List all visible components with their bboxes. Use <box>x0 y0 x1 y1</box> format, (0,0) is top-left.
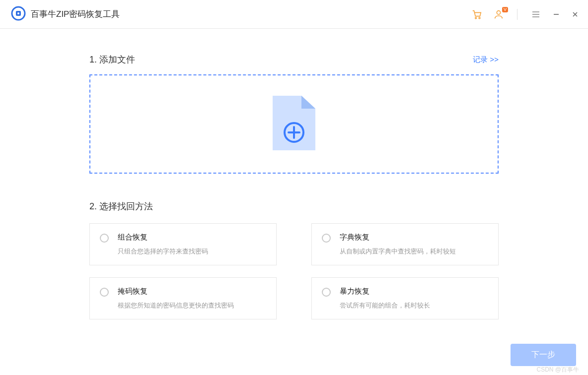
option-dictionary[interactable]: 字典恢复 从自制或内置字典中查找密码，耗时较短 <box>311 223 499 265</box>
svg-point-2 <box>17 12 19 14</box>
option-desc: 从自制或内置字典中查找密码，耗时较短 <box>340 247 456 256</box>
option-desc: 根据您所知道的密码信息更快的查找密码 <box>118 301 234 310</box>
app-title: 百事牛ZIP密码恢复工具 <box>31 8 120 20</box>
option-title: 字典恢复 <box>340 233 456 242</box>
file-dropzone[interactable] <box>89 74 499 174</box>
option-bruteforce[interactable]: 暴力恢复 尝试所有可能的组合，耗时较长 <box>311 277 499 319</box>
option-desc: 尝试所有可能的组合，耗时较长 <box>340 301 430 310</box>
titlebar-actions: V <box>471 9 579 20</box>
radio-icon <box>100 288 109 297</box>
next-button[interactable]: 下一步 <box>511 344 576 366</box>
divider <box>517 9 517 20</box>
option-title: 掩码恢复 <box>118 287 234 296</box>
menu-icon[interactable] <box>530 9 541 20</box>
option-title: 组合恢复 <box>118 233 208 242</box>
option-desc: 只组合您选择的字符来查找密码 <box>118 247 208 256</box>
svg-point-4 <box>479 17 480 18</box>
add-file-icon <box>271 94 317 154</box>
svg-point-5 <box>497 10 500 14</box>
main-content: 1. 添加文件 记录 >> 2. 选择找回方法 组合恢复 只组合您选择的字符来查… <box>0 29 588 319</box>
app-logo-icon <box>11 6 26 23</box>
svg-point-3 <box>475 17 477 18</box>
option-mask[interactable]: 掩码恢复 根据您所知道的密码信息更快的查找密码 <box>89 277 277 319</box>
radio-icon <box>100 234 109 243</box>
options-grid: 组合恢复 只组合您选择的字符来查找密码 字典恢复 从自制或内置字典中查找密码，耗… <box>89 223 499 319</box>
user-icon[interactable]: V <box>493 9 504 20</box>
option-title: 暴力恢复 <box>340 287 430 296</box>
radio-icon <box>322 288 331 297</box>
option-combination[interactable]: 组合恢复 只组合您选择的字符来查找密码 <box>89 223 277 265</box>
records-link[interactable]: 记录 >> <box>473 55 499 64</box>
cart-icon[interactable] <box>471 9 482 20</box>
watermark: CSDN @百事牛 <box>536 366 579 374</box>
logo-wrap: 百事牛ZIP密码恢复工具 <box>11 6 120 23</box>
section1-header: 1. 添加文件 记录 >> <box>89 54 499 65</box>
close-button[interactable] <box>571 10 579 18</box>
section1-title: 1. 添加文件 <box>89 54 135 65</box>
user-badge: V <box>502 7 508 12</box>
section2-title: 2. 选择找回方法 <box>89 200 499 212</box>
minimize-button[interactable] <box>552 10 560 18</box>
titlebar: 百事牛ZIP密码恢复工具 V <box>0 0 588 29</box>
radio-icon <box>322 234 331 243</box>
